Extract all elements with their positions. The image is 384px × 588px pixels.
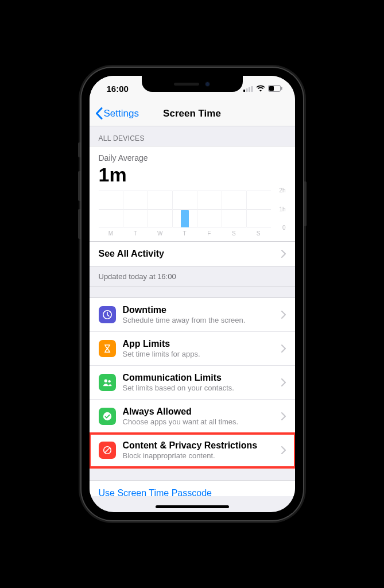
daily-average-label: Daily Average <box>99 153 286 163</box>
updated-label: Updated today at 16:00 <box>90 266 295 287</box>
chart-x-ticks: MTWTFSS <box>99 230 271 237</box>
back-label: Settings <box>104 108 139 119</box>
svg-rect-2 <box>249 87 250 92</box>
content-privacy-row[interactable]: Content & Privacy Restrictions Block ina… <box>90 434 295 467</box>
use-passcode-label: Use Screen Time Passcode <box>99 488 212 496</box>
daily-average-card[interactable]: Daily Average 1m 2h 1h 0 MTWTFSS <box>90 146 295 242</box>
svg-rect-0 <box>243 90 245 92</box>
content-privacy-title: Content & Privacy Restrictions <box>123 440 281 451</box>
chevron-right-icon <box>281 446 286 454</box>
svg-rect-5 <box>269 86 274 91</box>
app-limits-subtitle: Set time limits for apps. <box>123 350 281 358</box>
content: All Devices Daily Average 1m 2h 1h 0 MTW… <box>90 126 295 496</box>
screen: 16:00 Settings Screen Time All Devices D… <box>90 76 295 512</box>
daily-average-value: 1m <box>99 164 286 186</box>
use-passcode-button[interactable]: Use Screen Time Passcode <box>90 480 295 496</box>
chevron-right-icon <box>281 311 286 319</box>
back-button[interactable]: Settings <box>95 107 139 119</box>
app-limits-row[interactable]: App Limits Set time limits for apps. <box>90 332 295 366</box>
see-all-activity-row[interactable]: See All Activity <box>90 242 295 266</box>
chart-y-ticks: 2h 1h 0 <box>273 187 286 231</box>
always-allowed-title: Always Allowed <box>123 407 281 417</box>
navigation-bar: Settings Screen Time <box>90 101 295 126</box>
chevron-right-icon <box>281 250 286 258</box>
people-icon <box>99 374 116 391</box>
communication-limits-title: Communication Limits <box>123 373 281 383</box>
svg-line-12 <box>104 448 110 453</box>
checkmark-icon <box>99 408 116 425</box>
status-time: 16:00 <box>107 84 129 94</box>
downtime-icon <box>99 306 116 323</box>
section-header-all-devices: All Devices <box>90 126 295 146</box>
chevron-right-icon <box>281 378 286 386</box>
communication-limits-subtitle: Set limits based on your contacts. <box>123 384 281 392</box>
svg-point-8 <box>104 380 107 382</box>
chevron-right-icon <box>281 345 286 353</box>
see-all-activity-label: See All Activity <box>99 249 281 259</box>
front-camera <box>205 82 210 87</box>
usage-chart: 2h 1h 0 MTWTFSS <box>99 191 286 237</box>
wifi-icon <box>256 85 265 92</box>
svg-rect-1 <box>246 88 247 92</box>
no-entry-icon <box>99 442 116 459</box>
hourglass-icon <box>99 340 116 357</box>
downtime-subtitle: Schedule time away from the screen. <box>123 316 281 324</box>
app-limits-title: App Limits <box>123 339 281 349</box>
downtime-title: Downtime <box>123 305 281 315</box>
phone-frame: 16:00 Settings Screen Time All Devices D… <box>82 68 303 520</box>
svg-rect-6 <box>281 87 282 90</box>
svg-point-9 <box>108 380 110 382</box>
always-allowed-row[interactable]: Always Allowed Choose apps you want at a… <box>90 400 295 434</box>
communication-limits-row[interactable]: Communication Limits Set limits based on… <box>90 366 295 400</box>
speaker <box>174 83 199 86</box>
battery-icon <box>268 85 282 92</box>
notch <box>142 76 243 92</box>
chevron-left-icon <box>95 107 103 119</box>
content-privacy-subtitle: Block inappropriate content. <box>123 451 281 460</box>
svg-point-10 <box>103 412 111 420</box>
cellular-icon <box>243 86 253 92</box>
chevron-right-icon <box>281 412 286 420</box>
always-allowed-subtitle: Choose apps you want at all times. <box>123 417 281 426</box>
home-indicator[interactable] <box>156 505 229 508</box>
downtime-row[interactable]: Downtime Schedule time away from the scr… <box>90 297 295 332</box>
svg-rect-3 <box>251 86 253 92</box>
